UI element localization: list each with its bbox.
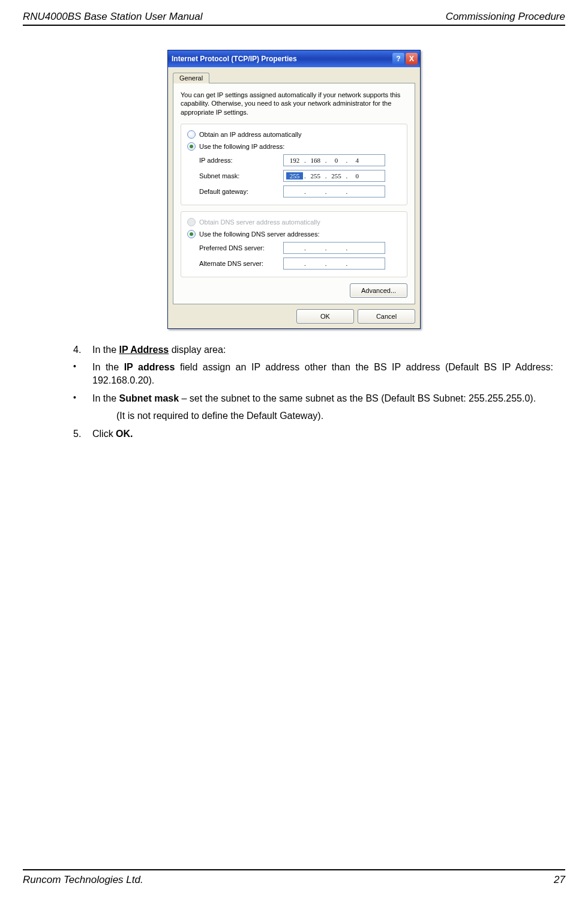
label-ip-address: IP address:: [199, 157, 283, 164]
radio-label: Use the following IP address:: [199, 143, 284, 150]
list-text: In the IP address field assign an IP add…: [92, 361, 553, 387]
radio-use-following-dns[interactable]: Use the following DNS server addresses:: [187, 230, 401, 238]
radio-label: Obtain DNS server address automatically: [199, 218, 320, 226]
dialog-titlebar[interactable]: Internet Protocol (TCP/IP) Properties ? …: [168, 50, 420, 67]
ip-address-field[interactable]: 192. 168. 0. 4: [283, 154, 385, 166]
tcpip-properties-dialog: Internet Protocol (TCP/IP) Properties ? …: [167, 50, 421, 329]
bullet-icon: •: [73, 361, 92, 387]
label-default-gateway: Default gateway:: [199, 188, 283, 195]
radio-icon: [187, 142, 196, 151]
radio-label: Obtain an IP address automatically: [199, 131, 301, 138]
help-icon[interactable]: ?: [392, 53, 404, 65]
radio-obtain-dns-auto: Obtain DNS server address automatically: [187, 218, 401, 226]
radio-icon: [187, 218, 196, 226]
radio-label: Use the following DNS server addresses:: [199, 231, 320, 238]
list-text: In the Subnet mask – set the subnet to t…: [92, 392, 536, 405]
radio-use-following-ip[interactable]: Use the following IP address:: [187, 142, 401, 151]
header-left: RNU4000BS Base Station User Manual: [23, 11, 203, 23]
label-subnet-mask: Subnet mask:: [199, 172, 283, 179]
dialog-title: Internet Protocol (TCP/IP) Properties: [172, 55, 297, 63]
preferred-dns-field[interactable]: . . .: [283, 242, 385, 254]
ok-button[interactable]: OK: [296, 309, 354, 324]
advanced-button[interactable]: Advanced...: [350, 283, 407, 298]
label-alternate-dns: Alternate DNS server:: [199, 260, 283, 267]
subnet-mask-field[interactable]: 255. 255. 255. 0: [283, 170, 385, 182]
bullet-icon: •: [73, 392, 92, 405]
list-text: In the IP Address display area:: [92, 343, 226, 357]
list-marker: 5.: [73, 427, 92, 441]
bullet-subnet-mask: • In the Subnet mask – set the subnet to…: [73, 392, 553, 405]
close-icon[interactable]: X: [406, 53, 418, 65]
step-4: 4. In the IP Address display area:: [73, 343, 553, 357]
step-5: 5. Click OK.: [73, 427, 553, 441]
gateway-note: (It is not required to define the Defaul…: [116, 409, 553, 423]
tab-general[interactable]: General: [173, 73, 209, 83]
footer-right: 27: [554, 874, 565, 886]
tab-panel-general: You can get IP settings assigned automat…: [173, 83, 415, 304]
bullet-ip-address: • In the IP address field assign an IP a…: [73, 361, 553, 387]
alternate-dns-field[interactable]: . . .: [283, 258, 385, 270]
footer-rule: [23, 869, 565, 870]
ip-settings-group: Obtain an IP address automatically Use t…: [181, 124, 407, 205]
radio-icon: [187, 130, 196, 139]
radio-icon: [187, 230, 196, 238]
header-rule: [23, 25, 565, 26]
footer-left: Runcom Technologies Ltd.: [23, 874, 143, 886]
dns-settings-group: Obtain DNS server address automatically …: [181, 211, 407, 277]
intro-text: You can get IP settings assigned automat…: [181, 91, 407, 116]
radio-obtain-ip-auto[interactable]: Obtain an IP address automatically: [187, 130, 401, 139]
cancel-button[interactable]: Cancel: [358, 309, 415, 324]
header-right: Commissioning Procedure: [446, 11, 565, 23]
label-preferred-dns: Preferred DNS server:: [199, 244, 283, 252]
document-body: 4. In the IP Address display area: • In …: [23, 343, 565, 441]
list-marker: 4.: [73, 343, 92, 357]
list-text: Click OK.: [92, 427, 133, 441]
default-gateway-field[interactable]: . . .: [283, 185, 385, 197]
